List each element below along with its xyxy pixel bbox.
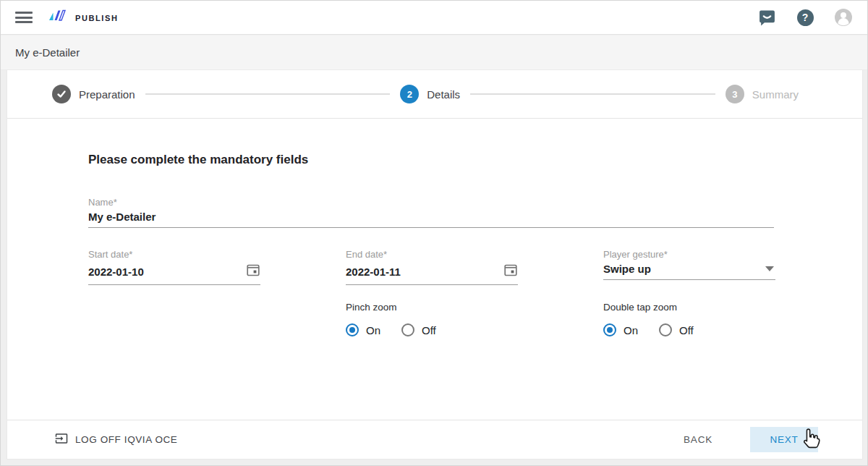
- step-number: 2: [400, 85, 419, 103]
- log-off-button[interactable]: LOG OFF IQVIA OCE: [55, 432, 177, 448]
- end-date-value[interactable]: 2022-01-11: [346, 266, 401, 278]
- calendar-icon[interactable]: [503, 263, 518, 280]
- step-label: Details: [427, 88, 460, 101]
- step-preparation[interactable]: Preparation: [52, 85, 135, 103]
- name-field[interactable]: Name* My e-Detailer: [88, 197, 774, 228]
- menu-icon[interactable]: [15, 12, 33, 23]
- step-label: Summary: [752, 88, 799, 101]
- pinch-zoom-group: Pinch zoom On Off: [346, 302, 457, 336]
- double-tap-zoom-label: Double tap zoom: [603, 302, 715, 313]
- step-summary[interactable]: 3 Summary: [726, 85, 799, 103]
- chevron-down-icon[interactable]: [765, 266, 774, 271]
- wizard-stepper: Preparation 2 Details 3 Summary: [7, 70, 862, 119]
- calendar-icon[interactable]: [246, 263, 260, 280]
- player-gesture-value[interactable]: Swipe up: [603, 263, 651, 275]
- logo-mark-icon: [48, 9, 69, 27]
- double-tap-zoom-on-radio[interactable]: [603, 323, 616, 336]
- help-icon[interactable]: ?: [796, 8, 814, 27]
- app-name: Publish: [75, 11, 118, 24]
- pinch-zoom-on-label[interactable]: On: [366, 324, 380, 336]
- step-details[interactable]: 2 Details: [400, 85, 460, 103]
- help-glyph: ?: [797, 9, 814, 26]
- user-avatar[interactable]: [834, 8, 853, 27]
- app-logo: Publish: [48, 9, 118, 27]
- start-date-value[interactable]: 2022-01-10: [88, 266, 144, 278]
- end-date-field[interactable]: End date* 2022-01-11: [346, 249, 518, 285]
- wizard-footer: LOG OFF IQVIA OCE BACK NEXT: [7, 420, 862, 459]
- details-form: Please complete the mandatory fields Nam…: [7, 119, 862, 420]
- player-gesture-select[interactable]: Player gesture* Swipe up: [603, 249, 775, 280]
- step-connector: [470, 93, 715, 95]
- back-button[interactable]: BACK: [676, 428, 720, 451]
- app-window: Publish ? My e-Detailer: [0, 0, 868, 466]
- app-bar-actions: ?: [757, 8, 853, 27]
- pinch-zoom-off-radio[interactable]: [401, 323, 414, 336]
- app-bar: Publish ?: [1, 1, 867, 35]
- step-label: Preparation: [79, 88, 135, 101]
- page-title: My e-Detailer: [15, 46, 80, 59]
- feedback-chat-icon[interactable]: [757, 8, 776, 27]
- pinch-zoom-off-label[interactable]: Off: [422, 324, 436, 336]
- step-connector: [145, 93, 391, 95]
- step-number: 3: [726, 85, 744, 103]
- name-field-label: Name*: [88, 197, 774, 208]
- pinch-zoom-label: Pinch zoom: [346, 302, 457, 313]
- double-tap-zoom-on-label[interactable]: On: [624, 324, 638, 336]
- double-tap-zoom-off-radio[interactable]: [659, 323, 672, 336]
- form-title: Please complete the mandatory fields: [88, 153, 308, 167]
- name-field-value[interactable]: My e-Detailer: [88, 211, 156, 223]
- double-tap-zoom-off-label[interactable]: Off: [679, 324, 694, 336]
- start-date-field[interactable]: Start date* 2022-01-10: [88, 249, 260, 285]
- log-off-icon: [55, 432, 68, 448]
- start-date-label: Start date*: [88, 249, 260, 260]
- log-off-label: LOG OFF IQVIA OCE: [75, 434, 177, 445]
- player-gesture-label: Player gesture*: [603, 249, 775, 260]
- breadcrumb: My e-Detailer: [1, 35, 867, 70]
- step-check-icon: [52, 85, 71, 103]
- next-button[interactable]: NEXT: [750, 427, 818, 452]
- double-tap-zoom-group: Double tap zoom On Off: [603, 302, 715, 336]
- end-date-label: End date*: [346, 249, 518, 260]
- pinch-zoom-on-radio[interactable]: [346, 323, 359, 336]
- wizard-card: Preparation 2 Details 3 Summary Please c…: [7, 70, 863, 459]
